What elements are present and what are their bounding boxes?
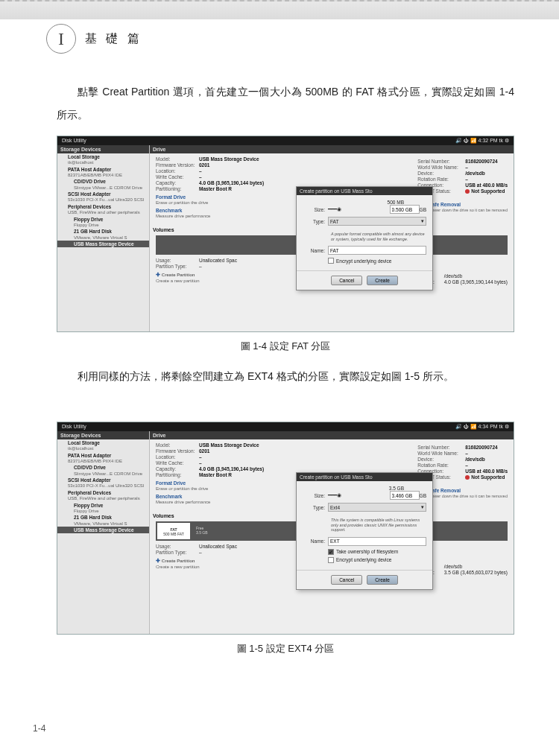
- chevron-down-icon: ▾: [421, 504, 424, 510]
- drive-header: Drive: [150, 145, 514, 153]
- cancel-button[interactable]: Cancel: [331, 575, 362, 585]
- sys-tray: 🔊 ⏻ 📶 4:32 PM tk ⚙: [455, 138, 509, 144]
- paragraph-1: 點擊 Creat Partition 選項，首先建立一個大小為 500MB 的 …: [57, 80, 514, 127]
- sidebar: Storage Devices Local Storagetk@localhos…: [57, 431, 150, 634]
- sidebar-item-periph[interactable]: Peripheral DevicesUSB, FireWire and othe…: [57, 489, 149, 502]
- encrypt-checkbox[interactable]: Encrypt underlying device: [303, 557, 426, 563]
- name-input[interactable]: [328, 246, 426, 255]
- action-safe-removal[interactable]: Safe RemovalPower down the drive so it c…: [429, 488, 508, 498]
- sidebar-item-floppy[interactable]: Floppy DriveFloppy Drive: [57, 216, 149, 229]
- sidebar-item-hdd[interactable]: 21 GB Hard DiskVMware, VMware Virtual S: [57, 228, 149, 241]
- chapter-title: 基 礎 篇: [85, 31, 142, 47]
- sidebar-item-floppy[interactable]: Floppy DriveFloppy Drive: [57, 502, 149, 515]
- ownership-checkbox[interactable]: ✔Take ownership of filesystem: [303, 549, 426, 555]
- sidebar-header: Storage Devices: [57, 431, 149, 439]
- dialog-title: Create partition on USB Mass Sto: [297, 187, 432, 195]
- main-panel: Drive Model:USB Mass Storage Device Firm…: [150, 145, 514, 331]
- figure-1-5: Disk Utility 🔊 ⏻ 📶 4:34 PM tk ⚙ Storage …: [57, 422, 514, 635]
- create-button[interactable]: Create: [367, 276, 398, 285]
- sidebar: Storage Devices Local Storagetk@localhos…: [57, 145, 150, 331]
- main-panel: Drive Model:USB Mass Storage Device Firm…: [150, 431, 514, 634]
- sidebar-item-scsi[interactable]: SCSI Host Adapter53c1030 PCI-X Fu...ual …: [57, 191, 149, 203]
- vol-chip-fat[interactable]: FAT500 MB FAT: [157, 523, 190, 539]
- page-number: 1-4: [33, 723, 45, 734]
- sidebar-item-usb[interactable]: USB Mass Storage Device: [57, 527, 149, 533]
- figure-1-4: Disk Utility 🔊 ⏻ 📶 4:32 PM tk ⚙ Storage …: [57, 136, 514, 332]
- size-max: 500 MB: [303, 200, 426, 205]
- format-desc: A popular format compatible with almost …: [303, 229, 426, 246]
- app-title: Disk Utility: [62, 138, 86, 144]
- sidebar-item-cd[interactable]: CD/DVD DriveSlimtype VMwar...E CDROM Dri…: [57, 464, 149, 477]
- sidebar-item-pata[interactable]: PATA Host Adapter82371AB/EB/MB PIIX4 IDE: [57, 452, 149, 465]
- sidebar-item-local[interactable]: Local Storagetk@localhost: [57, 439, 149, 452]
- page-top-strip: [0, 0, 559, 19]
- sidebar-item-usb[interactable]: USB Mass Storage Device: [57, 241, 149, 247]
- paragraph-2: 利用同樣的方法，將剩餘空間建立為 EXT4 格式的分區，實際設定如圖 1-5 所…: [57, 365, 514, 388]
- sidebar-item-pata[interactable]: PATA Host Adapter82371AB/EB/MB PIIX4 IDE: [57, 166, 149, 179]
- dialog-title: Create partition on USB Mass Sto: [297, 473, 432, 481]
- type-select[interactable]: FAT▾: [328, 217, 426, 226]
- create-partition-dialog: Create partition on USB Mass Sto 500 MB …: [296, 186, 433, 290]
- sidebar-item-cd[interactable]: CD/DVD DriveSlimtype VMwar...E CDROM Dri…: [57, 178, 149, 191]
- figure-1-5-caption: 圖 1-5 設定 EXT4 分區: [57, 642, 514, 655]
- figure-1-4-caption: 圖 1-4 設定 FAT 分區: [57, 340, 514, 353]
- encrypt-checkbox[interactable]: Encrypt underlying device: [303, 258, 426, 264]
- size-input[interactable]: [390, 205, 420, 214]
- chapter-badge: I: [46, 24, 76, 54]
- chevron-down-icon: ▾: [421, 218, 424, 224]
- type-select[interactable]: Ext4▾: [328, 503, 426, 512]
- action-safe-removal[interactable]: Safe RemovalPower down the drive so it c…: [429, 202, 508, 212]
- drive-header: Drive: [150, 431, 514, 439]
- create-partition-dialog: Create partition on USB Mass Sto 3.5 GB …: [296, 472, 433, 590]
- sidebar-item-periph[interactable]: Peripheral DevicesUSB, FireWire and othe…: [57, 203, 149, 216]
- sys-tray: 🔊 ⏻ 📶 4:34 PM tk ⚙: [455, 424, 509, 430]
- sidebar-item-scsi[interactable]: SCSI Host Adapter53c1030 PCI-X Fu...ual …: [57, 477, 149, 489]
- create-button[interactable]: Create: [367, 575, 398, 585]
- sidebar-header: Storage Devices: [57, 145, 149, 153]
- smart-dot-icon: [465, 475, 470, 480]
- smart-dot-icon: [465, 189, 470, 194]
- sidebar-item-local[interactable]: Local Storagetk@localhost: [57, 153, 149, 166]
- sidebar-item-hdd[interactable]: 21 GB Hard DiskVMware, VMware Virtual S: [57, 514, 149, 527]
- format-desc: This file system is compatible with Linu…: [303, 515, 426, 537]
- size-input[interactable]: [390, 491, 420, 500]
- cancel-button[interactable]: Cancel: [331, 276, 362, 285]
- size-max: 3.5 GB: [303, 486, 426, 491]
- name-input[interactable]: [328, 537, 426, 546]
- app-title: Disk Utility: [62, 424, 86, 430]
